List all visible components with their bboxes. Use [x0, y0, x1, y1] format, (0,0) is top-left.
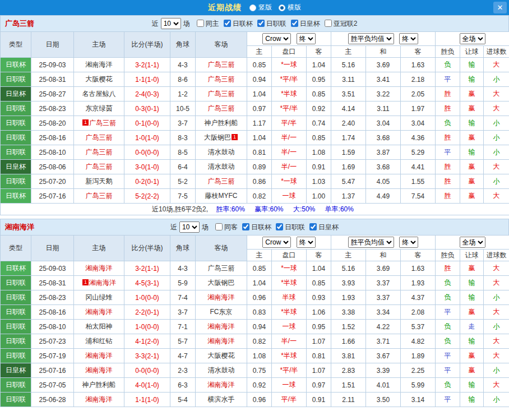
- period-select[interactable]: 终: [297, 33, 316, 44]
- match-date-cell: 25-07-16: [31, 363, 74, 378]
- handicap-cell: 半/一: [272, 334, 307, 349]
- euro-away-odds-cell: 4.41: [401, 160, 436, 174]
- score-cell: 4-1(2-0): [124, 334, 170, 349]
- col-type: 类型: [1, 236, 31, 261]
- radio-horizontal-icon[interactable]: [279, 4, 285, 11]
- corner-count-cell: 4-3: [170, 261, 196, 276]
- checkbox-input[interactable]: [257, 20, 265, 27]
- handicap-cell: *平/半: [272, 72, 307, 87]
- team-label: 冈山绿雉: [86, 293, 113, 301]
- handicap-result-cell: 赢: [460, 174, 484, 189]
- team-label: 广岛三箭: [208, 264, 235, 272]
- corner-count-cell: 4-3: [170, 58, 196, 72]
- checkbox-input[interactable]: [276, 223, 283, 230]
- euro-away-odds-cell: 2.25: [401, 363, 436, 378]
- match-row: 日职联25-08-16广岛三箭1-0(1-0)8-3大阪钢巴11.04半/一0.…: [1, 131, 509, 145]
- team-label: 湘南海洋: [86, 264, 113, 272]
- summary-row: 近10场,胜6平2负2, 胜率:60% 赢率:60% 大:50% 单率:60%: [1, 204, 509, 215]
- handicap-result-cell: 赢: [460, 87, 484, 101]
- sub-col-euro-draw: 和: [366, 46, 401, 58]
- corner-count-cell: 5-2: [170, 174, 196, 189]
- checkbox-input[interactable]: [197, 20, 204, 27]
- filter-checkbox[interactable]: 日联杯: [242, 223, 271, 231]
- handicap-result-cell: 输: [460, 72, 484, 87]
- odds-type-select[interactable]: 胜平负均值: [348, 33, 394, 44]
- away-team-cell: 广岛三箭: [196, 261, 247, 276]
- radio-vertical-icon[interactable]: [249, 4, 256, 11]
- match-date-cell: 25-06-28: [31, 393, 74, 407]
- recent-count-select[interactable]: 10: [161, 18, 181, 29]
- corner-count-cell: 5-9: [170, 276, 196, 290]
- away-team-cell: 湘南海洋: [196, 290, 247, 305]
- team-label: 湘南海洋: [208, 381, 235, 389]
- recent-count-select[interactable]: 10: [179, 221, 200, 233]
- asian-home-water-cell: 0.96: [247, 290, 272, 305]
- euro-draw-odds-cell: 3.68: [366, 160, 401, 174]
- period-select[interactable]: 终: [297, 237, 316, 248]
- filter-checkbox[interactable]: 日职联: [276, 223, 305, 231]
- asian-odds-group: Crow 终: [247, 236, 331, 250]
- handicap-cell: 一球: [272, 320, 307, 334]
- goals-result-cell: 大: [484, 378, 509, 393]
- filter-checkbox[interactable]: 日皇杯: [309, 223, 339, 231]
- handicap-cell: *平/半: [272, 363, 307, 378]
- checkbox-label: 日皇杯: [318, 223, 339, 231]
- period-select-2[interactable]: 终: [399, 237, 418, 248]
- scope-select[interactable]: 全场: [460, 33, 485, 44]
- win-loss-result-cell: 胜: [436, 261, 460, 276]
- checkbox-label: 日职联: [285, 223, 305, 231]
- asian-home-water-cell: 1.08: [247, 349, 272, 363]
- competition-type-cell: 日职联: [1, 290, 31, 305]
- layout-radio-group: 竖版 横版: [249, 3, 301, 12]
- filter-checkbox[interactable]: 亚冠联2: [325, 20, 358, 27]
- radio-horizontal-layout[interactable]: 横版: [279, 3, 301, 12]
- filter-checkbox[interactable]: 日职联: [257, 20, 286, 27]
- checkbox-input[interactable]: [224, 20, 231, 27]
- win-loss-result-cell: 负: [436, 334, 460, 349]
- away-team-cell: 广岛三箭: [196, 174, 247, 189]
- euro-home-odds-cell: 1.37: [331, 189, 366, 204]
- radio-vertical-layout[interactable]: 竖版: [249, 3, 272, 12]
- checkbox-input[interactable]: [242, 223, 249, 230]
- sub-col-asian-home: 主: [247, 46, 272, 58]
- team-label: 浦和红钻: [86, 337, 113, 345]
- match-row: 日联杯25-09-03湘南海洋3-2(1-1)4-3广岛三箭0.85*一球1.0…: [1, 58, 509, 72]
- asian-home-water-cell: 1.04: [247, 87, 272, 101]
- filter-checkbox[interactable]: 同客: [215, 223, 238, 231]
- home-team-cell: 湘南海洋: [74, 349, 124, 363]
- match-row: 日职联25-08-311湘南海洋4-5(3-1)5-9大阪钢巴1.04*半球0.…: [1, 276, 509, 290]
- checkbox-input[interactable]: [325, 20, 332, 27]
- scope-select[interactable]: 全场: [460, 237, 485, 248]
- euro-home-odds-cell: 1.74: [331, 131, 366, 145]
- filter-checkbox[interactable]: 日联杯: [224, 20, 253, 27]
- checkbox-input[interactable]: [291, 20, 298, 27]
- bookmaker-select[interactable]: Crow: [262, 237, 291, 248]
- checkbox-input[interactable]: [215, 223, 223, 230]
- checkbox-input[interactable]: [309, 223, 317, 230]
- filter-checkbox[interactable]: 日皇杯: [291, 20, 320, 27]
- close-icon[interactable]: ✕: [493, 2, 507, 13]
- goals-result-cell: 小: [484, 290, 509, 305]
- euro-away-odds-cell: 4.37: [401, 290, 436, 305]
- bookmaker-select[interactable]: Crow: [262, 33, 291, 44]
- handicap-cell: 平/半: [272, 116, 307, 131]
- euro-draw-odds-cell: 4.49: [366, 189, 401, 204]
- matches-table: 类型 日期 主场 比分(半场) 角球 客场 Crow 终 胜平负均值 终 全场: [0, 235, 509, 407]
- odds-type-select[interactable]: 胜平负均值: [348, 237, 394, 248]
- team-label: 湘南海洋: [86, 366, 113, 374]
- handicap-result-cell: 输: [460, 145, 484, 160]
- team-label: 大阪钢巴: [204, 133, 231, 141]
- asian-away-water-cell: 0.81: [307, 349, 331, 363]
- win-loss-result-cell: 胜: [436, 160, 460, 174]
- handicap-result-cell: 赢: [460, 261, 484, 276]
- asian-home-water-cell: 0.86: [247, 174, 272, 189]
- goals-result-cell: 小: [484, 174, 509, 189]
- filter-checkbox[interactable]: 同主: [197, 20, 219, 27]
- asian-away-water-cell: 1.04: [307, 261, 331, 276]
- period-select-2[interactable]: 终: [399, 33, 418, 44]
- home-team-cell: 湘南海洋: [74, 393, 124, 407]
- team-section-shonan: 湘南海洋 近 10 场 同客日联杯日职联日皇杯 类型 日期 主场 比分(半场) …: [0, 219, 509, 407]
- handicap-cell: *平/半: [272, 101, 307, 116]
- match-row: 日职联25-08-31大阪樱花1-1(1-0)8-6广岛三箭0.94*平/半0.…: [1, 72, 509, 87]
- euro-home-odds-cell: 1.69: [331, 160, 366, 174]
